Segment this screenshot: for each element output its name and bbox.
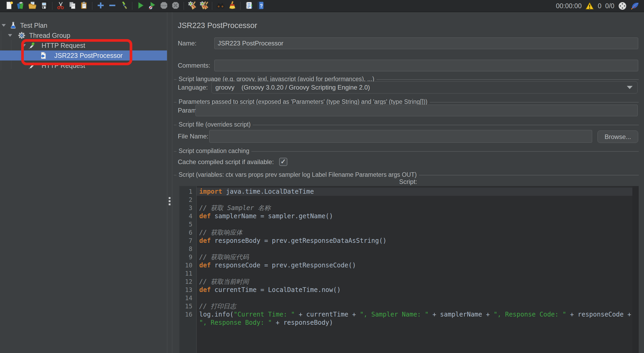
tree-node-thread-group[interactable]: Thread Group: [0, 30, 167, 40]
open-template-icon: [16, 1, 25, 11]
search-button[interactable]: [215, 1, 226, 11]
cut-icon: [56, 1, 65, 11]
code-line[interactable]: 12// 获取当前时间: [179, 278, 632, 286]
line-number: 3: [179, 204, 197, 212]
paste-icon: [80, 1, 88, 11]
stop-icon: STOP: [160, 1, 168, 11]
new-file-button[interactable]: [3, 1, 15, 11]
search-reset-button[interactable]: [226, 1, 238, 11]
tree-node-label: JSR223 PostProcessor: [54, 52, 123, 59]
jmeter-window: STOP? 00:00:00 0 0/0 Test PlanThread Gro…: [0, 0, 644, 353]
cut-button[interactable]: [55, 1, 66, 11]
code-line[interactable]: 5: [179, 220, 632, 229]
code-line[interactable]: 9// 获取响应代码: [179, 253, 632, 261]
open-template-button[interactable]: [15, 1, 26, 11]
jmeter-feather-icon: [631, 2, 639, 10]
code-line[interactable]: 15// 打印日志: [179, 302, 632, 310]
code-line[interactable]: 7def responseBody = prev.getResponseData…: [179, 237, 632, 245]
toolbar-separator: [132, 2, 132, 10]
line-number: 15: [179, 302, 197, 310]
paste-button[interactable]: [78, 1, 90, 11]
toolbar-separator: [92, 2, 92, 10]
line-number: 1: [179, 188, 197, 196]
line-number: 11: [179, 270, 197, 278]
warning-icon[interactable]: [585, 2, 594, 10]
remove-button[interactable]: [106, 1, 118, 11]
code-line[interactable]: 4def samplerName = sampler.getName(): [179, 212, 632, 220]
name-label: Name:: [178, 40, 197, 47]
code-line[interactable]: 3// 获取 Sampler 名称: [179, 204, 632, 212]
tree-node-test-plan[interactable]: Test Plan: [0, 20, 167, 30]
clear-button[interactable]: [186, 1, 198, 11]
file-row: File Name: Browse...: [172, 130, 644, 143]
toolbar-status: 00:00:00 0 0/0: [556, 2, 641, 10]
file-name-input[interactable]: [209, 130, 592, 143]
code-line[interactable]: 1import java.time.LocalDateTime: [179, 188, 632, 196]
expander-icon[interactable]: [2, 24, 6, 27]
code-line[interactable]: 16log.info("Current Time: " + currentTim…: [179, 310, 632, 327]
new-file-icon: [5, 1, 13, 11]
thread-group-icon: [18, 32, 25, 39]
code-line[interactable]: 10def responseCode = prev.getResponseCod…: [179, 261, 632, 270]
help-button[interactable]: ?: [255, 1, 266, 11]
browse-button[interactable]: Browse...: [597, 131, 638, 143]
name-input[interactable]: [214, 38, 638, 49]
language-select[interactable]: groovy (Groovy 3.0.20 / Groovy Scripting…: [211, 81, 638, 94]
toolbar-separator: [184, 2, 184, 10]
code-text: // 获取响应代码: [197, 253, 632, 261]
code-line[interactable]: 6// 获取响应体: [179, 229, 632, 237]
code-line[interactable]: 11: [179, 270, 632, 278]
add-icon: [96, 1, 105, 11]
cache-checkbox[interactable]: ✓: [279, 158, 287, 166]
code-text: // 获取当前时间: [197, 278, 632, 286]
editor-scrollbar-track[interactable]: [632, 186, 639, 353]
add-button[interactable]: [95, 1, 106, 11]
clear-all-button[interactable]: [198, 1, 210, 11]
tree-node-http-request[interactable]: HTTP Request: [0, 40, 167, 50]
save-button[interactable]: [38, 1, 50, 11]
expander-icon[interactable]: [22, 44, 26, 47]
search-reset-icon: [228, 1, 237, 11]
start-no-timers-button[interactable]: [146, 1, 158, 11]
help-icon: ?: [256, 1, 265, 11]
shutdown-button[interactable]: [170, 1, 181, 11]
language-label: Language:: [178, 84, 208, 91]
expander-icon[interactable]: [8, 34, 12, 37]
code-text: // 打印日志: [197, 302, 632, 310]
tree-node-jsr223-postprocessor[interactable]: JSR223 PostProcessor: [0, 50, 167, 61]
toggle-button[interactable]: [118, 1, 130, 11]
code-line[interactable]: 8: [179, 245, 632, 253]
line-number: 12: [179, 278, 197, 286]
code-line[interactable]: 14: [179, 294, 632, 302]
stop-button[interactable]: STOP: [158, 1, 170, 11]
script-code-editor[interactable]: 1import java.time.LocalDateTime2 3// 获取 …: [179, 186, 632, 353]
code-line[interactable]: 2: [179, 196, 632, 204]
cache-group: Script compilation caching: [174, 147, 639, 155]
splitter-grip[interactable]: [169, 197, 171, 205]
clear-all-icon: [199, 1, 208, 11]
remove-icon: [108, 1, 117, 11]
code-text: [197, 294, 632, 302]
function-helper-button[interactable]: [243, 1, 255, 11]
code-text: [197, 270, 632, 278]
code-line[interactable]: 13def currentTime = LocalDateTime.now(): [179, 286, 632, 294]
code-text: // 获取响应体: [197, 229, 632, 237]
elapsed-timer: 00:00:00: [556, 2, 582, 10]
tree-node-http-request[interactable]: HTTP Request: [0, 61, 167, 71]
copy-button[interactable]: [66, 1, 78, 11]
code-lines: 1import java.time.LocalDateTime2 3// 获取 …: [179, 188, 632, 327]
line-number: 7: [179, 237, 197, 245]
toolbar-separator: [52, 2, 52, 10]
start-button[interactable]: [135, 1, 146, 11]
comments-input[interactable]: [214, 60, 638, 71]
toolbar: STOP? 00:00:00 0 0/0: [0, 0, 644, 12]
language-row: Language: groovy (Groovy 3.0.20 / Groovy…: [172, 81, 644, 94]
script-file-group: Script file (overrides script): [174, 121, 639, 128]
code-text: def samplerName = sampler.getName(): [197, 212, 632, 220]
open-folder-button[interactable]: [26, 1, 38, 11]
tree-node-label: HTTP Request: [42, 42, 85, 49]
toolbar-separator: [212, 2, 212, 10]
panel-splitter[interactable]: [167, 12, 172, 353]
parameters-input[interactable]: [196, 105, 638, 116]
function-helper-icon: [244, 1, 253, 11]
